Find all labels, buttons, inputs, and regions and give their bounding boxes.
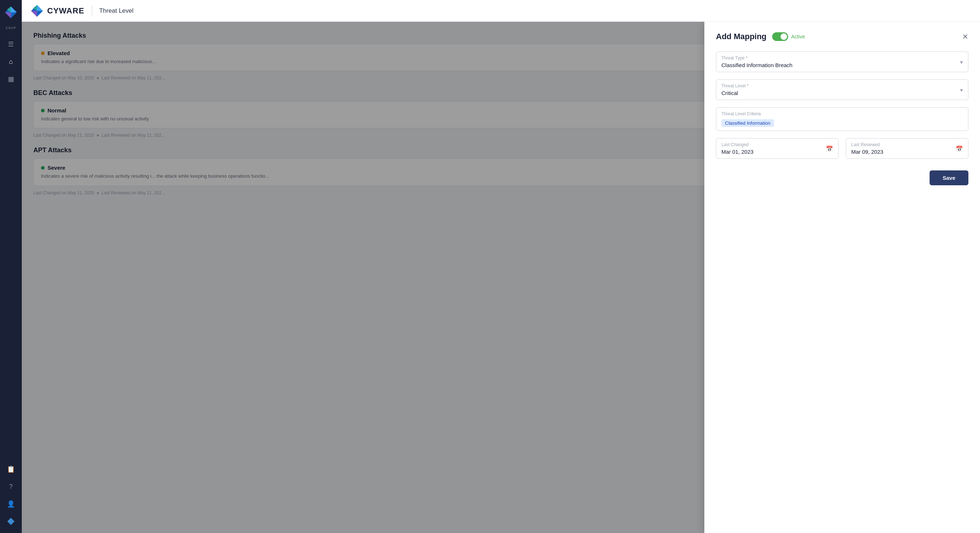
topbar-brand: CYWARE — [47, 6, 84, 16]
criteria-label: Threat Level Criteria — [721, 111, 963, 116]
topbar-divider — [92, 5, 92, 16]
last-reviewed-group: Last Reviewed Mar 09, 2023 📅 — [846, 138, 968, 159]
active-toggle-label: Active — [791, 34, 805, 40]
criteria-field[interactable]: Threat Level Criteria Classified Informa… — [716, 107, 968, 131]
threat-type-field[interactable]: Threat Type * Classified Information Bre… — [716, 51, 968, 72]
cyware-sidebar-icon[interactable] — [4, 514, 18, 529]
svg-marker-6 — [37, 5, 43, 11]
sidebar-logo — [3, 4, 19, 20]
last-reviewed-label: Last Reviewed — [851, 142, 963, 147]
criteria-tag: Classified Information — [721, 119, 774, 127]
modal-close-button[interactable]: ✕ — [962, 33, 968, 40]
threat-type-value: Classified Information Breach — [721, 62, 963, 68]
topbar: CYWARE Threat Level — [22, 0, 980, 22]
toggle-container: Active — [772, 32, 805, 41]
threat-level-value: Critical — [721, 90, 963, 96]
last-changed-value: Mar 01, 2023 — [721, 149, 833, 155]
app-container: CSAP ☰ ⌂ ▦ 📋 ? 👤 CYWARE — [0, 0, 980, 533]
dashboard-sidebar-icon[interactable]: ▦ — [4, 72, 18, 86]
right-section: CYWARE Threat Level Phishing Attacks Ele… — [22, 0, 980, 533]
svg-marker-2 — [5, 12, 11, 18]
csap-label: CSAP — [6, 26, 16, 30]
menu-sidebar-icon[interactable]: ☰ — [4, 37, 18, 51]
last-reviewed-value: Mar 09, 2023 — [851, 149, 963, 155]
modal-overlay: Add Mapping Active ✕ Threat Type * Class… — [22, 22, 980, 533]
date-row: Last Changed Mar 01, 2023 📅 Last Reviewe… — [716, 138, 968, 159]
last-changed-group: Last Changed Mar 01, 2023 📅 — [716, 138, 838, 159]
threat-level-label: Threat Level * — [721, 83, 963, 89]
topbar-logo: CYWARE — [30, 4, 84, 18]
modal-title: Add Mapping — [716, 32, 766, 41]
user-settings-sidebar-icon[interactable]: 👤 — [4, 497, 18, 511]
active-toggle[interactable] — [772, 32, 788, 41]
threat-level-chevron-icon: ▾ — [960, 86, 963, 93]
home-sidebar-icon[interactable]: ⌂ — [4, 54, 18, 69]
topbar-title: Threat Level — [99, 7, 134, 14]
modal-panel: Add Mapping Active ✕ Threat Type * Class… — [704, 22, 980, 533]
threat-type-chevron-icon: ▾ — [960, 58, 963, 65]
svg-marker-4 — [7, 518, 14, 525]
threat-type-label: Threat Type * — [721, 56, 963, 60]
svg-marker-7 — [31, 11, 37, 17]
save-row: Save — [716, 170, 968, 185]
sidebar: CSAP ☰ ⌂ ▦ 📋 ? 👤 — [0, 0, 22, 533]
content-and-modal: Phishing Attacks Elevated Indicates a si… — [22, 22, 980, 533]
help-sidebar-icon[interactable]: ? — [4, 479, 18, 494]
last-changed-field[interactable]: Last Changed Mar 01, 2023 📅 — [716, 138, 838, 159]
modal-header: Add Mapping Active ✕ — [716, 32, 968, 41]
criteria-group: Threat Level Criteria Classified Informa… — [716, 107, 968, 131]
last-reviewed-calendar-icon: 📅 — [956, 145, 963, 152]
clipboard-sidebar-icon[interactable]: 📋 — [4, 462, 18, 476]
threat-type-group: Threat Type * Classified Information Bre… — [716, 51, 968, 72]
last-changed-label: Last Changed — [721, 142, 833, 147]
svg-marker-1 — [11, 6, 17, 12]
last-reviewed-field[interactable]: Last Reviewed Mar 09, 2023 📅 — [846, 138, 968, 159]
last-changed-calendar-icon: 📅 — [826, 145, 833, 152]
threat-level-field[interactable]: Threat Level * Critical ▾ — [716, 80, 968, 100]
threat-level-group: Threat Level * Critical ▾ — [716, 80, 968, 100]
save-button[interactable]: Save — [929, 170, 968, 185]
